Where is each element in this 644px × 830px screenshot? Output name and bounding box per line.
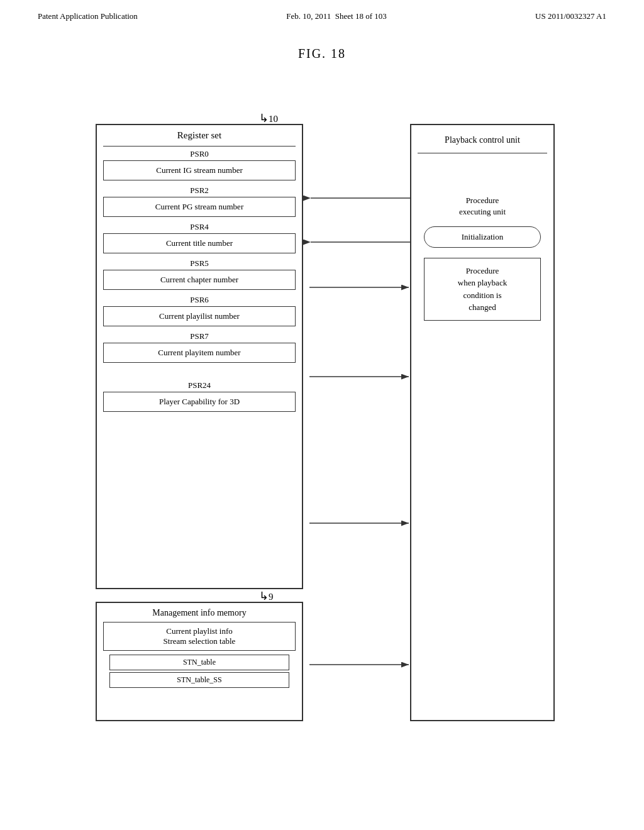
psr0-row: Current IG stream number [103,160,296,180]
stn-table: STN_table [109,655,289,670]
psr6-row: Current playilist number [103,306,296,326]
psr4-row: Current title number [103,233,296,253]
psr7-row: Current playitem number [103,343,296,363]
label-9: ↳9 [259,589,274,603]
label-10: ↳10 [259,111,278,125]
page-header: Patent Application Publication Feb. 10, … [0,0,644,28]
playback-control-title: Playback control unit [411,125,553,153]
header-right: US 2011/0032327 A1 [535,11,606,21]
management-memory-box: Management info memory Current playlist … [96,602,303,721]
initialization-box: Initialization [424,226,541,248]
psr24-label: PSR24 [97,378,302,392]
mgmt-title: Management info memory [97,603,302,622]
register-set-title: Register set [97,125,302,146]
psr2-row: Current PG stream number [103,197,296,217]
psr5-label: PSR5 [97,256,302,270]
procedure-executing-label: Procedureexecuting unit [411,191,553,218]
register-set-box: Register set PSR0 Current IG stream numb… [96,124,303,589]
psr5-row: Current chapter number [103,270,296,290]
mgmt-playlist-info: Current playlist infoStream selection ta… [103,622,296,651]
header-center: Feb. 10, 2011 Sheet 18 of 103 [286,11,387,21]
playback-control-box: Playback control unit Procedureexecuting… [410,124,555,721]
procedure-change-box: Procedurewhen playbackcondition ischange… [424,258,541,321]
psr24-row: Player Capability for 3D [103,392,296,412]
psr0-label: PSR0 [97,147,302,160]
stn-table-ss: STN_table_SS [109,672,289,688]
psr6-label: PSR6 [97,292,302,306]
figure-title: FIG. 18 [0,47,644,61]
header-left: Patent Application Publication [38,11,138,21]
psr7-label: PSR7 [97,329,302,343]
diagram: ↳10 ↳9 Register set PSR0 Current IG stre… [64,86,580,728]
psr4-label: PSR4 [97,219,302,233]
psr2-label: PSR2 [97,183,302,197]
